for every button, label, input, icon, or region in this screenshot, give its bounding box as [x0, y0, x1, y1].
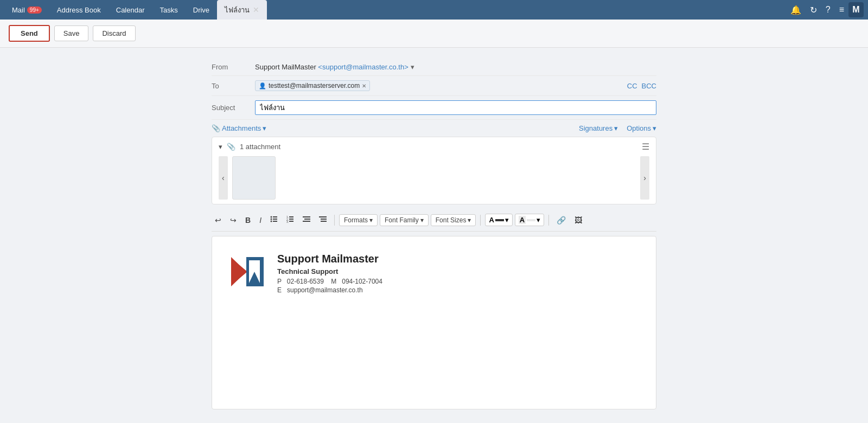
from-name: Support MailMaster [255, 63, 316, 71]
compose-toolbar: Send Save Discard [0, 20, 868, 48]
bcc-button[interactable]: BCC [642, 82, 656, 90]
font-color-icon: A [489, 216, 494, 224]
outdent-button[interactable] [299, 213, 314, 227]
nav-item-compose[interactable]: ไฟล์งาน ✕ [217, 0, 267, 20]
top-nav: Mail 99+ Address Book Calendar Tasks Dri… [0, 0, 868, 20]
svg-rect-15 [319, 216, 327, 217]
options-bar: 📎 Attachments ▾ Signatures ▾ Options ▾ [212, 120, 656, 137]
svg-rect-13 [304, 219, 310, 220]
save-button[interactable]: Save [54, 25, 89, 41]
help-icon[interactable]: ? [826, 5, 831, 15]
bg-color-swatch [527, 219, 535, 221]
formats-label: Formats [344, 216, 368, 224]
nav-item-drive[interactable]: Drive [186, 0, 217, 20]
font-sizes-arrow-icon: ▾ [468, 216, 471, 224]
svg-rect-3 [273, 219, 277, 220]
ul-icon [270, 215, 278, 223]
to-recipient-remove[interactable]: ✕ [362, 83, 366, 89]
options-button[interactable]: Options ▾ [627, 124, 656, 132]
subject-input[interactable] [255, 100, 656, 115]
refresh-icon[interactable]: ↻ [810, 5, 817, 15]
unordered-list-button[interactable] [267, 213, 281, 227]
signature-name: Support Mailmaster [277, 253, 382, 265]
signature-logo [228, 253, 266, 291]
nav-compose-label: ไฟล์งาน [225, 4, 250, 16]
ol-icon: 1. 2. 3. [286, 215, 294, 223]
svg-rect-17 [321, 221, 327, 222]
image-button[interactable]: 🖼 [571, 214, 585, 227]
undo-button[interactable]: ↩ [212, 214, 225, 227]
font-family-label: Font Family [385, 216, 419, 224]
nav-item-addressbook[interactable]: Address Book [49, 0, 108, 20]
from-dropdown-icon[interactable]: ▾ [411, 63, 414, 71]
send-button[interactable]: Send [9, 25, 50, 42]
bold-button[interactable]: B [242, 214, 254, 227]
svg-rect-12 [303, 216, 310, 217]
attachment-strip: ▾ 📎 1 attachment ☰ ‹ › [212, 137, 656, 204]
signatures-button[interactable]: Signatures ▾ [579, 124, 618, 132]
formats-arrow-icon: ▾ [369, 216, 373, 224]
compose-container: From Support MailMaster <support@mailmas… [212, 48, 656, 420]
nav-item-tasks[interactable]: Tasks [152, 0, 186, 20]
bg-color-button[interactable]: A ▾ [515, 214, 544, 226]
attachment-scroll-right[interactable]: › [640, 156, 649, 200]
attachment-thumbnail [232, 156, 276, 200]
font-sizes-dropdown[interactable]: Font Sizes ▾ [431, 214, 476, 226]
svg-rect-9 [289, 219, 293, 220]
formats-dropdown[interactable]: Formats ▾ [339, 214, 378, 226]
ordered-list-button[interactable]: 1. 2. 3. [283, 213, 297, 227]
toolbar-separator-2 [480, 215, 481, 226]
mobile-label: M [331, 278, 336, 285]
bg-color-icon: A [519, 216, 526, 224]
options-right: Signatures ▾ Options ▾ [579, 124, 656, 132]
nav-tasks-label: Tasks [160, 6, 178, 14]
attachment-list-icon[interactable]: ☰ [642, 142, 649, 152]
signature-block: Support Mailmaster Technical Support P 0… [228, 253, 640, 295]
font-family-dropdown[interactable]: Font Family ▾ [380, 214, 429, 226]
attachments-button[interactable]: 📎 Attachments ▾ [212, 124, 266, 132]
italic-button[interactable]: I [256, 214, 265, 227]
editor-toolbar: ↩ ↪ B I 1. 2. 3. [212, 209, 656, 232]
subject-content [255, 100, 656, 115]
svg-point-0 [271, 216, 272, 218]
link-icon: 🔗 [557, 216, 566, 225]
paperclip-2-icon: 📎 [227, 143, 235, 151]
from-row: From Support MailMaster <support@mailmas… [212, 59, 656, 76]
menu-icon[interactable]: ≡ [839, 5, 844, 15]
svg-point-2 [271, 219, 272, 220]
svg-rect-7 [289, 216, 293, 217]
svg-rect-1 [273, 216, 277, 217]
redo-button[interactable]: ↪ [227, 214, 240, 227]
svg-rect-14 [303, 221, 310, 222]
to-content: 👤 testtest@mailmasterserver.com ✕ CC BCC [255, 80, 656, 91]
to-input[interactable] [370, 82, 627, 90]
link-button[interactable]: 🔗 [553, 214, 569, 227]
subject-row: Subject [212, 96, 656, 120]
nav-drive-label: Drive [193, 6, 209, 14]
svg-rect-11 [289, 221, 293, 222]
signature-phone: P 02-618-6539 M 094-102-7004 [277, 278, 382, 285]
discard-button[interactable]: Discard [93, 25, 135, 41]
to-recipient-tag: 👤 testtest@mailmasterserver.com ✕ [255, 80, 370, 91]
attachment-scroll-left[interactable]: ‹ [219, 156, 228, 200]
nav-item-mail[interactable]: Mail 99+ [4, 0, 49, 20]
nav-addressbook-label: Address Book [57, 6, 101, 14]
email-body[interactable]: Support Mailmaster Technical Support P 0… [212, 236, 656, 409]
cc-bcc-buttons: CC BCC [627, 82, 656, 90]
attachment-collapse-icon[interactable]: ▾ [219, 143, 222, 151]
image-icon: 🖼 [575, 216, 582, 225]
outdent-icon [303, 215, 310, 223]
to-recipient-email: testtest@mailmasterserver.com [269, 82, 360, 89]
indent-icon [319, 215, 327, 223]
attachment-scroll: ‹ › [219, 156, 649, 200]
font-color-button[interactable]: A ▾ [485, 214, 512, 226]
bell-icon[interactable]: 🔔 [790, 5, 801, 15]
indent-button[interactable] [316, 213, 330, 227]
font-family-arrow-icon: ▾ [420, 216, 424, 224]
cc-button[interactable]: CC [627, 82, 637, 90]
svg-rect-5 [273, 221, 277, 222]
attachment-count: 1 attachment [240, 143, 280, 151]
svg-text:3.: 3. [286, 220, 289, 223]
nav-close-icon[interactable]: ✕ [253, 5, 259, 14]
nav-item-calendar[interactable]: Calendar [108, 0, 152, 20]
